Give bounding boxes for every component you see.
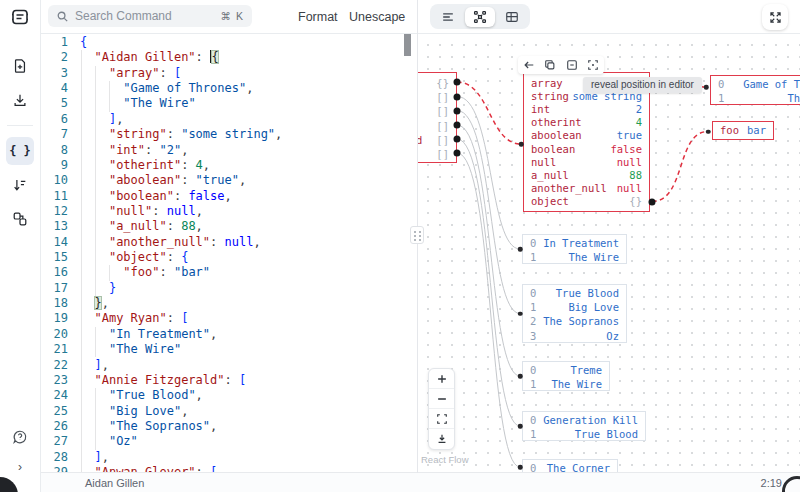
code-token: ,: [181, 143, 188, 157]
line-number: 1: [40, 35, 80, 50]
line-number: 22: [40, 358, 80, 373]
code-token: {: [181, 250, 188, 264]
edge-handle[interactable]: [454, 107, 461, 114]
code-line: 12 "null": null,: [40, 204, 418, 219]
code-token: [80, 311, 94, 325]
download-button[interactable]: [6, 86, 34, 114]
sidebar-divider: [7, 125, 33, 126]
editor-scrollbar[interactable]: [404, 33, 411, 56]
edge-endpoint: [518, 424, 523, 429]
graph-node-alice-farmer[interactable]: 0The Corner: [522, 459, 618, 473]
collapse-node-button[interactable]: [564, 57, 580, 73]
fit-view-button[interactable]: [429, 409, 454, 429]
indent-guide: [109, 265, 110, 280]
code-token: "otherint": [109, 158, 181, 172]
node-row: object{}: [524, 195, 649, 208]
node-row: []: [418, 104, 456, 118]
edge-handle[interactable]: [454, 150, 461, 157]
code-token: :: [145, 143, 159, 157]
help-button[interactable]: [6, 423, 34, 451]
code-token: :: [167, 219, 181, 233]
node-row: 2The Sopranos: [523, 314, 626, 328]
code-line: 18 },: [40, 296, 418, 311]
app-root: { }: [0, 0, 800, 492]
node-row: 1True Blood: [523, 427, 645, 441]
edge-handle[interactable]: [649, 198, 656, 205]
zoom-out-button[interactable]: [429, 389, 454, 409]
code-token: 4: [196, 158, 203, 172]
graph-node-anwan-glover[interactable]: 0Treme1The Wire: [522, 361, 610, 391]
code-token: "In Treatment": [109, 327, 210, 341]
compare-json-button[interactable]: [6, 205, 34, 233]
sort-button[interactable]: [6, 171, 34, 199]
graph-node-object-foo[interactable]: foobar: [712, 121, 774, 140]
focus-node-button[interactable]: [585, 57, 601, 73]
graph-node-amy-ryan[interactable]: 0In Treatment1The Wire: [522, 234, 627, 264]
graph-canvas[interactable]: {}[][][]rd[][] array[]stringsome stringi…: [418, 33, 800, 473]
graph-node-array-values[interactable]: 0Game of Thrones1The Wire: [710, 75, 800, 105]
code-token: "boolean": [109, 189, 174, 203]
node-row: []: [418, 119, 456, 133]
json-view-button[interactable]: { }: [6, 137, 34, 165]
edge-endpoint: [706, 129, 711, 134]
graph-node-annie-fitzgerald[interactable]: 0True Blood1Big Love2The Sopranos3Oz: [522, 284, 627, 343]
line-number: 14: [40, 235, 80, 250]
code-token: {: [80, 35, 87, 49]
code-token: ,: [275, 127, 282, 141]
code-line: 21 "The Wire": [40, 342, 418, 357]
code-line: 1{: [40, 35, 418, 50]
node-row: 0Game of Thrones: [711, 77, 800, 91]
code-token: null: [167, 204, 196, 218]
code-line: 10 "aboolean": "true",: [40, 173, 418, 188]
list-view-button[interactable]: [433, 7, 463, 27]
line-number: 19: [40, 311, 80, 326]
json-editor[interactable]: 1{2 "Aidan Gillen": {3 "array": [4 "Game…: [40, 33, 418, 473]
graph-node-alexander-skarsgard[interactable]: 0Generation Kill1True Blood: [522, 411, 646, 441]
indent-guide: [109, 81, 110, 112]
edge-handle[interactable]: [454, 136, 461, 143]
code-token: "aboolean": [109, 173, 181, 187]
new-document-button[interactable]: [6, 52, 34, 80]
app-logo-icon[interactable]: [10, 7, 30, 27]
line-number: 20: [40, 327, 80, 342]
download-image-button[interactable]: [429, 429, 454, 449]
code-area[interactable]: 1{2 "Aidan Gillen": {3 "array": [4 "Game…: [40, 35, 418, 473]
line-number: 9: [40, 158, 80, 173]
code-line: 2 "Aidan Gillen": {: [40, 50, 418, 65]
graph-view-button[interactable]: [465, 7, 495, 27]
line-number: 12: [40, 204, 80, 219]
edge-handle[interactable]: [454, 122, 461, 129]
edge-handle[interactable]: [454, 93, 461, 100]
indent-guide: [95, 66, 96, 296]
code-token: ,: [102, 358, 109, 372]
zoom-in-button[interactable]: [429, 369, 454, 389]
back-button[interactable]: [521, 57, 537, 73]
code-token: [: [181, 311, 188, 325]
file-plus-icon: [12, 58, 28, 74]
fullscreen-button[interactable]: [762, 4, 788, 30]
line-number: 7: [40, 127, 80, 142]
search-command-box[interactable]: Search Command ⌘ K: [48, 5, 252, 27]
copy-button[interactable]: [542, 57, 558, 73]
code-line: 4 "Game of Thrones",: [40, 81, 418, 96]
table-view-button[interactable]: [497, 7, 527, 27]
node-row: 1The Wire: [523, 377, 609, 391]
indent-guide: [81, 50, 82, 473]
collapse-sidebar-button[interactable]: ›: [18, 460, 22, 474]
reveal-tooltip: reveal position in editor: [583, 77, 702, 93]
code-token: "int": [109, 143, 145, 157]
sort-icon: [12, 177, 28, 193]
unescape-button[interactable]: Unescape: [349, 0, 405, 33]
code-token: [80, 450, 94, 464]
node-row: otherint4: [524, 116, 649, 129]
format-button[interactable]: Format: [298, 0, 338, 33]
line-number: 16: [40, 265, 80, 280]
panel-resize-handle[interactable]: [410, 226, 424, 244]
breadcrumb[interactable]: Aidan Gillen: [85, 477, 144, 489]
graph-node-root[interactable]: {}[][][]rd[][]: [418, 72, 457, 163]
graph-node-aidan-gillen[interactable]: array[]stringsome stringint2otherint4abo…: [523, 72, 650, 212]
code-token: false: [188, 189, 224, 203]
code-token: ,: [196, 219, 203, 233]
edge-handle[interactable]: [454, 79, 461, 86]
fullscreen-icon: [768, 10, 783, 25]
